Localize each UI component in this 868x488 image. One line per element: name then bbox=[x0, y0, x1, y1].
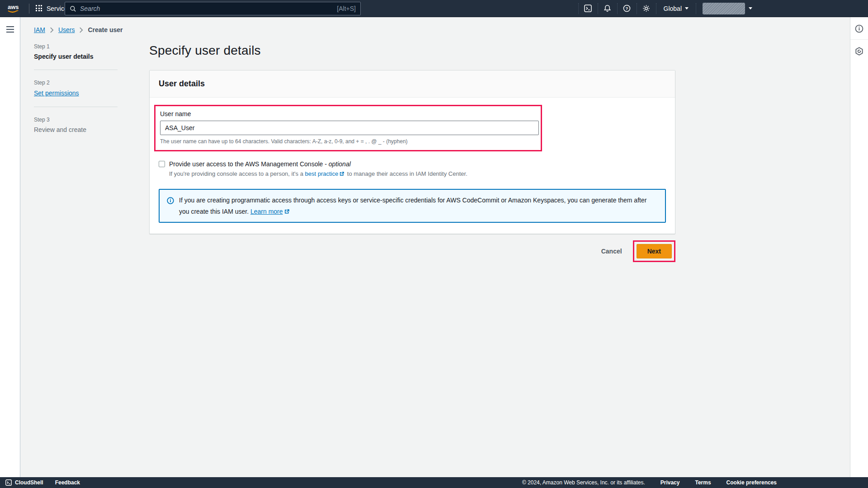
hexagon-tool-icon bbox=[855, 47, 863, 56]
wizard-main-column: Specify user details User details User n… bbox=[149, 43, 675, 262]
alert-message: If you are creating programmatic access … bbox=[179, 195, 658, 217]
region-label: Global bbox=[664, 5, 682, 12]
privacy-link[interactable]: Privacy bbox=[660, 479, 680, 486]
card-header: User details bbox=[150, 70, 675, 98]
search-bar[interactable]: [Alt+S] bbox=[65, 2, 361, 15]
account-menu[interactable] bbox=[703, 0, 752, 17]
step-eyebrow: Step 3 bbox=[34, 117, 118, 123]
feedback-button[interactable]: Feedback bbox=[55, 479, 80, 486]
top-navigation-bar: aws Services [Alt+S] bbox=[0, 0, 868, 17]
aws-smile-icon: aws bbox=[6, 3, 23, 14]
info-alert: If you are creating programmatic access … bbox=[159, 189, 666, 223]
cloudshell-button[interactable] bbox=[579, 0, 598, 17]
chevron-down-icon bbox=[749, 7, 752, 9]
right-tools-rail bbox=[850, 17, 868, 477]
wizard-step-2: Step 2 Set permissions bbox=[34, 80, 118, 97]
breadcrumb-chevron-icon bbox=[50, 27, 54, 33]
question-circle-icon: ? bbox=[623, 5, 631, 12]
nav-divider bbox=[29, 4, 29, 14]
cloudshell-terminal-icon bbox=[5, 479, 12, 486]
page-title: Specify user details bbox=[149, 43, 675, 58]
username-annotation-highlight: User name The user name can have up to 6… bbox=[154, 105, 542, 151]
optional-text: optional bbox=[329, 160, 351, 168]
left-sidebar-rail bbox=[0, 17, 20, 477]
notifications-button[interactable] bbox=[598, 0, 617, 17]
terms-link[interactable]: Terms bbox=[695, 479, 711, 486]
username-hint: The user name can have up to 64 characte… bbox=[160, 138, 536, 145]
nav-separator bbox=[696, 3, 696, 14]
hint-text: to manage their access in IAM Identity C… bbox=[345, 170, 467, 177]
help-button[interactable]: ? bbox=[618, 0, 637, 17]
info-panel-button[interactable] bbox=[850, 17, 868, 39]
region-selector[interactable]: Global bbox=[656, 0, 696, 17]
username-input[interactable] bbox=[160, 121, 539, 135]
info-circle-icon bbox=[855, 24, 863, 33]
svg-text:aws: aws bbox=[8, 4, 19, 10]
open-navigation-button[interactable] bbox=[6, 26, 14, 34]
main-content: IAM Users Create user Step 1 Specify use… bbox=[20, 17, 850, 477]
next-button[interactable]: Next bbox=[637, 244, 672, 258]
breadcrumb-iam-link[interactable]: IAM bbox=[34, 26, 45, 33]
console-footer: CloudShell Feedback © 2024, Amazon Web S… bbox=[0, 477, 868, 488]
search-input[interactable] bbox=[80, 5, 333, 12]
step-2-link[interactable]: Set permissions bbox=[34, 89, 79, 97]
breadcrumb: IAM Users Create user bbox=[34, 26, 850, 33]
bell-icon bbox=[604, 5, 611, 12]
svg-text:?: ? bbox=[626, 6, 628, 11]
learn-more-link[interactable]: Learn more bbox=[250, 208, 283, 215]
settings-button[interactable] bbox=[637, 0, 656, 17]
hint-text: If you're providing console access to a … bbox=[169, 170, 305, 177]
next-annotation-highlight: Next bbox=[633, 240, 675, 262]
info-circle-icon bbox=[167, 197, 174, 204]
copyright-text: © 2024, Amazon Web Services, Inc. or its… bbox=[522, 479, 645, 486]
step-1-label: Specify user details bbox=[34, 53, 118, 60]
card-body: User name The user name can have up to 6… bbox=[150, 98, 675, 234]
cookie-preferences-link[interactable]: Cookie preferences bbox=[726, 479, 777, 486]
gear-icon bbox=[642, 5, 650, 12]
wizard-actions: Cancel Next bbox=[149, 240, 675, 262]
wizard-step-1: Step 1 Specify user details bbox=[34, 43, 118, 60]
breadcrumb-chevron-icon bbox=[79, 27, 83, 33]
wizard-steps-nav: Step 1 Specify user details Step 2 Set p… bbox=[34, 43, 118, 262]
aws-logo[interactable]: aws bbox=[6, 3, 23, 14]
footer-cloudshell-button[interactable]: CloudShell bbox=[5, 479, 43, 486]
breadcrumb-users-link[interactable]: Users bbox=[58, 26, 75, 33]
step-divider bbox=[34, 107, 118, 107]
account-name-redacted bbox=[703, 3, 745, 14]
wizard-step-3: Step 3 Review and create bbox=[34, 117, 118, 133]
hamburger-icon bbox=[6, 26, 14, 33]
console-access-label-text: Provide user access to the AWS Managemen… bbox=[169, 160, 329, 168]
breadcrumb-current: Create user bbox=[88, 26, 123, 33]
external-link-icon bbox=[339, 171, 344, 177]
step-3-label: Review and create bbox=[34, 126, 118, 133]
resources-panel-button[interactable] bbox=[850, 40, 868, 62]
alert-text: If you are creating programmatic access … bbox=[179, 197, 646, 215]
step-eyebrow: Step 2 bbox=[34, 80, 118, 86]
external-link-icon bbox=[284, 209, 290, 215]
console-access-hint: If you're providing console access to a … bbox=[169, 170, 666, 177]
console-access-label[interactable]: Provide user access to the AWS Managemen… bbox=[169, 160, 351, 168]
cloudshell-terminal-icon bbox=[584, 5, 592, 12]
cloudshell-label: CloudShell bbox=[15, 479, 43, 486]
card-title: User details bbox=[159, 79, 666, 89]
step-divider bbox=[34, 70, 118, 70]
services-grid-icon bbox=[36, 5, 42, 12]
console-access-checkbox[interactable] bbox=[159, 161, 165, 167]
cancel-button[interactable]: Cancel bbox=[601, 248, 622, 255]
search-shortcut-hint: [Alt+S] bbox=[337, 5, 356, 12]
search-icon bbox=[70, 5, 76, 12]
username-label: User name bbox=[160, 110, 536, 117]
best-practice-link[interactable]: best practice bbox=[305, 170, 339, 177]
chevron-down-icon bbox=[685, 7, 689, 9]
console-access-row: Provide user access to the AWS Managemen… bbox=[159, 160, 666, 168]
user-details-card: User details User name The user name can… bbox=[149, 70, 675, 234]
step-eyebrow: Step 1 bbox=[34, 43, 118, 50]
nav-right-group: ? Global bbox=[578, 0, 868, 17]
